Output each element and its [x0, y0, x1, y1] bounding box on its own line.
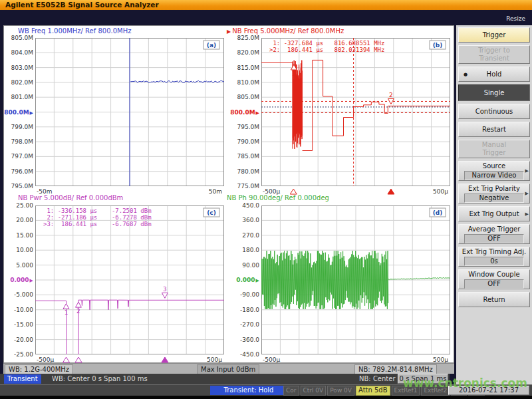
- softkey-ext-trig-output[interactable]: Ext Trig Output▶: [458, 206, 530, 221]
- panel-a-corner-label: (a): [207, 42, 216, 49]
- softkey-ext-trig-timing-adj[interactable]: Ext Trig Timing Adj.0s: [458, 247, 530, 267]
- panel-c-ytick: 5.000: [4, 262, 33, 269]
- softkey-restart[interactable]: Restart: [458, 122, 530, 137]
- panel-a-title: WB Freq 1.000MHz/ Ref 800.0MHz: [18, 27, 131, 35]
- panel-d-ytick: -270.0: [230, 321, 259, 328]
- softkey-value: 0s: [464, 257, 524, 266]
- wb-sweep-params: WB: Center 0 s Span 100 ms: [52, 374, 148, 384]
- panel-d-corner-label: (d): [433, 209, 443, 216]
- softkey-value: OFF: [464, 234, 524, 243]
- panel-b-ref-level-label: 800.0M▶: [230, 109, 259, 116]
- trace-active-arrow-icon: ▶: [227, 29, 231, 35]
- instrument-screen: Agilent E5052B Signal Source Analyzer Re…: [0, 0, 532, 399]
- panel-c-ytick: -25.00: [4, 351, 33, 358]
- panel-c-ref-level-label: 0.000▶: [4, 277, 33, 283]
- panel-c-title: NB Pwr 5.000dB/ Ref 0.000dBm: [18, 194, 123, 201]
- status-indicator-extref1: ExtRef1: [392, 386, 420, 396]
- softkey-label: Ext Trig Output: [469, 210, 519, 218]
- panel-d-ytick: 90.00: [230, 262, 259, 269]
- svg-text:1: 1: [65, 309, 68, 316]
- panel-b-ytick: 790.0M: [230, 138, 259, 145]
- hardware-status-bar: WB: 1.2G-400MHz Max Input 0dBm NB: 789.2…: [3, 363, 454, 374]
- status-indicator-pow-0v: Pow 0V: [327, 386, 354, 396]
- panel-a-ytick: 802.0M: [4, 79, 33, 86]
- panel-b-ytick: 810.0M: [230, 79, 259, 86]
- panel-d-ytick: 360.0: [230, 217, 259, 223]
- panel-d-ytick: -180.0: [230, 307, 259, 313]
- panel-c-corner-label: (c): [207, 209, 216, 216]
- softkey-label: Trigger: [483, 31, 506, 39]
- svg-text:2: 2: [76, 308, 80, 315]
- softkey-label: Manual Trigger: [482, 141, 506, 157]
- svg-text:2: 2: [389, 92, 393, 98]
- nb-range-indicator: NB: 789.2M-814.8MHz: [354, 364, 437, 374]
- softkey-average-trigger[interactable]: Average TriggerOFF: [458, 224, 530, 244]
- panel-b-ytick: 780.0M: [230, 168, 259, 175]
- softkey-ext-trig-polarity[interactable]: Ext Trig PolarityNegative▶: [458, 184, 530, 203]
- panel-c-ytick: -10.00: [4, 307, 33, 313]
- panel-a-ref-level-label: 800.0M▶: [4, 109, 33, 116]
- panel-b-ytick: 775.0M: [230, 183, 259, 190]
- softkey-label: Ext Trig Polarity: [468, 185, 520, 193]
- panel-d-title: NB Ph 90.00deg/ Ref 0.000deg: [227, 194, 329, 201]
- softkey-trigger-to-transient: Trigger to Transient: [458, 45, 530, 64]
- softkey-label: Average Trigger: [468, 225, 521, 233]
- panel-a-ytick: 796.0M: [4, 168, 33, 175]
- sweep-status-bar: Transient WB: Center 0 s Span 100 ms NB:…: [0, 374, 450, 384]
- bottom-edge: [0, 396, 532, 399]
- status-indicator-cor: Cor: [283, 386, 299, 396]
- softkey-label: Source: [483, 162, 505, 170]
- resize-button[interactable]: Resize: [506, 15, 525, 22]
- panel-c-axis-marker-icon: [162, 357, 168, 362]
- window-title: Agilent E5052B Signal Source Analyzer: [0, 0, 532, 10]
- softkey-window-couple[interactable]: Window CoupleOFF: [458, 269, 530, 289]
- panel-d-ytick: -360.0: [230, 336, 259, 343]
- panel-d-plot[interactable]: (d): [261, 205, 450, 364]
- status-indicator-extref2: ExtRef2: [421, 386, 450, 396]
- submenu-arrow-icon: ▶: [525, 191, 529, 196]
- softkey-hold[interactable]: ●Hold: [458, 66, 530, 82]
- panel-c-ytick: 10.00: [4, 247, 33, 253]
- panel-c-plot[interactable]: 123(c): [35, 205, 224, 364]
- softkey-label: Ext Trig Timing Adj.: [462, 248, 526, 256]
- panel-b-ytick: 795.0M: [230, 124, 259, 130]
- panel-d-ytick: -450.0: [230, 351, 259, 358]
- panel-c-ytick: 20.00: [4, 217, 33, 223]
- panel-d-ytick: 180.0: [230, 247, 259, 253]
- softkey-label: Trigger to Transient: [478, 47, 510, 63]
- nb-sweep-prefix: NB: Center: [359, 374, 396, 384]
- softkey-single[interactable]: Single: [458, 84, 530, 101]
- panel-d-ytick: 270.0: [230, 232, 259, 239]
- panel-a-plot[interactable]: (a): [35, 38, 224, 196]
- panel-b-ytick: 805.0M: [230, 94, 259, 100]
- panel-d-ytick: -90.00: [230, 291, 259, 298]
- softkey-continuous[interactable]: Continuous: [458, 104, 530, 119]
- ref-line-arrow-icon: ▶: [30, 110, 33, 116]
- panel-b-ytick: 825.0M: [230, 35, 259, 41]
- panel-c-axis-marker-icon: [75, 357, 82, 362]
- nb-sweep-params: 0 s Span 1 ms: [398, 374, 448, 384]
- softkey-label: Continuous: [475, 108, 513, 116]
- softkey-menu: TriggerTrigger to Transient●HoldSingleCo…: [455, 25, 532, 384]
- panel-b-corner-label: (b): [433, 42, 443, 49]
- ref-line-arrow-icon: ▶: [256, 110, 259, 116]
- panel-d-ref-level-label: 0.000▶: [230, 277, 259, 283]
- max-input-indicator: Max Input 0dBm: [197, 364, 259, 374]
- softkey-label: Window Couple: [468, 271, 519, 279]
- panel-b-axis-marker-icon: [388, 189, 394, 194]
- softkey-return[interactable]: Return: [458, 292, 530, 307]
- panel-c-ytick: 25.00: [4, 202, 33, 209]
- datetime-display: 2016-07-21 17:37: [448, 386, 529, 395]
- panel-b-axis-marker-icon: [290, 189, 297, 194]
- panel-a-ytick: 795.0M: [4, 183, 33, 190]
- softkey-trigger[interactable]: Trigger: [458, 27, 530, 43]
- softkey-label: Single: [484, 89, 505, 97]
- instrument-status-bar: Transient: Hold CorCtrl 0VPow 0VAttn 5dB…: [0, 384, 532, 396]
- softkey-source[interactable]: SourceNarrow Video▶: [458, 161, 530, 181]
- panel-b-ytick: 815.0M: [230, 65, 259, 71]
- panel-b-plot[interactable]: 12(b): [261, 38, 450, 196]
- wb-range-indicator: WB: 1.2G-400MHz: [5, 364, 73, 374]
- indicator-row: CorCtrl 0VPow 0VAttn 5dBExtRef1ExtRef2Sv…: [283, 386, 447, 396]
- panel-b-ytick: 820.0M: [230, 49, 259, 56]
- trigger-state-badge: Transient: Hold: [210, 386, 287, 395]
